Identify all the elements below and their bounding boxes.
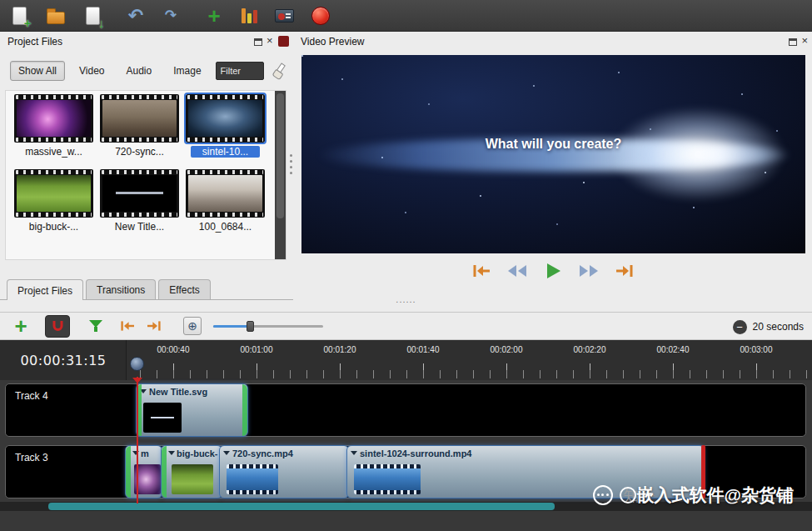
title-editor-icon (275, 9, 294, 23)
current-time: 00:00:31:15 (0, 353, 127, 368)
clip-trim-left-handle[interactable] (126, 446, 131, 498)
ruler-mark: 00:01:20 (315, 345, 365, 354)
file-thumbnail (186, 94, 265, 143)
add-track-button[interactable]: + (10, 314, 32, 338)
thumbnail-scrollbar[interactable] (275, 91, 286, 259)
zoom-out-button[interactable]: − (733, 320, 747, 334)
video-preview-panel: Video Preview × What will you create? (293, 32, 812, 310)
filter-image-button[interactable]: Image (166, 62, 208, 80)
undo-icon: ↶ (128, 7, 143, 25)
clear-filter-brush-icon[interactable] (271, 63, 287, 79)
clip-big-buck[interactable]: big-buck- (161, 445, 222, 498)
redo-button[interactable]: ↷ (158, 3, 183, 28)
watermark: 知乎 嵌入式软件@杂货铺 (592, 477, 794, 513)
clip-trim-left-handle[interactable] (162, 446, 167, 498)
file-item-sintel[interactable]: sintel-10... (184, 94, 267, 158)
plus-badge-icon: + (24, 16, 32, 30)
add-track-icon: + (14, 316, 27, 336)
undo-button[interactable]: ↶ (123, 3, 148, 28)
jump-to-end-button[interactable] (612, 260, 637, 282)
file-thumbnail (14, 94, 93, 143)
open-project-button[interactable] (43, 3, 68, 28)
clip-720-sync[interactable]: 720-sync.mp4 (219, 445, 349, 498)
timeline-splitter-handle[interactable]: ...... (0, 294, 812, 304)
file-label: 100_0684... (184, 221, 267, 233)
timeline-toolbar: + ⊕ − 20 seconds (0, 312, 812, 340)
track-name: Track 4 (15, 390, 48, 402)
jump-to-start-icon (471, 263, 492, 279)
file-label: massive_w... (12, 146, 95, 158)
panel-splitter-handle[interactable] (289, 154, 293, 174)
magnet-icon (51, 319, 65, 333)
clip-label: New Title.svg (149, 387, 244, 397)
fast-forward-icon (578, 263, 600, 278)
new-project-button[interactable]: + (7, 3, 32, 28)
video-overlay-text: What will you create? (486, 137, 622, 152)
play-button[interactable] (541, 260, 565, 282)
file-thumbnail (14, 169, 93, 218)
filter-video-button[interactable]: Video (72, 62, 112, 80)
clip-massive[interactable]: m (125, 445, 162, 498)
play-icon (544, 262, 562, 280)
rewind-button[interactable] (505, 260, 530, 282)
add-marker-button[interactable] (85, 314, 107, 338)
zoom-scale-group: − 20 seconds (733, 313, 804, 341)
timeline-scrollbar-thumb[interactable] (48, 503, 555, 510)
save-project-button[interactable]: ↓ (80, 3, 105, 28)
openshot-window: + ↓ ↶ ↷ + Project Files × (0, 0, 812, 531)
ruler-mark: 00:01:00 (232, 345, 281, 354)
ruler-mark: 00:03:00 (731, 345, 781, 354)
choose-profile-icon (242, 8, 257, 23)
file-item-new-title[interactable]: New Title... (98, 169, 181, 233)
playback-controls (293, 260, 812, 282)
jump-to-start-button[interactable] (469, 260, 494, 282)
zoom-slider-handle[interactable] (247, 321, 254, 332)
timeline-ruler[interactable]: 00:00:40 00:01:00 00:01:20 00:01:40 00:0… (0, 340, 812, 380)
clip-label: 720-sync.mp4 (232, 448, 345, 458)
clip-thumbnail (354, 464, 421, 494)
file-label: New Title... (98, 221, 181, 233)
export-video-button[interactable] (308, 3, 333, 28)
video-preview-panel-title: Video Preview (301, 36, 365, 48)
next-marker-icon (145, 319, 163, 333)
close-panel-icon[interactable]: × (267, 35, 273, 46)
ruler-mark: 00:00:40 (148, 345, 198, 354)
filter-input[interactable] (216, 62, 264, 80)
clip-label: sintel-1024-surround.mp4 (360, 448, 700, 458)
import-files-button[interactable]: + (202, 3, 227, 28)
title-editor-button[interactable] (271, 3, 296, 28)
fast-forward-button[interactable] (576, 260, 601, 282)
clip-thumbnail (172, 464, 213, 494)
previous-marker-icon (118, 319, 137, 333)
clip-menu-icon[interactable] (351, 451, 357, 455)
file-label: 720-sync... (98, 146, 181, 158)
playhead-arrow-icon (132, 378, 142, 383)
timecode-display: 00:00:31:15 (0, 340, 127, 380)
chat-bubble-icon (619, 486, 637, 504)
clip-trim-right-handle[interactable] (242, 384, 247, 436)
import-files-icon: + (207, 7, 220, 25)
file-item-big-buck[interactable]: big-buck-... (12, 169, 95, 233)
close-panel-icon[interactable]: × (801, 35, 808, 46)
playhead-handle[interactable] (130, 357, 144, 371)
center-playhead-button[interactable]: ⊕ (183, 317, 202, 335)
clip-menu-icon[interactable] (223, 451, 230, 455)
thumbnail-scrollbar-thumb[interactable] (276, 93, 284, 218)
previous-marker-button[interactable] (117, 314, 138, 338)
snapping-toggle-button[interactable] (45, 315, 70, 338)
filter-show-all-button[interactable]: Show All (10, 61, 65, 81)
track-4: Track 4 (5, 383, 806, 437)
file-label: big-buck-... (12, 221, 95, 233)
file-item-massive[interactable]: massive_w... (12, 94, 95, 158)
save-arrow-icon: ↓ (98, 16, 105, 30)
choose-profile-button[interactable] (237, 3, 262, 28)
clip-menu-icon[interactable] (168, 451, 175, 455)
file-item-100-0684[interactable]: 100_0684... (184, 169, 267, 233)
clip-new-title[interactable]: New Title.svg (136, 383, 248, 437)
float-panel-icon[interactable] (254, 38, 262, 46)
zoom-slider[interactable] (213, 319, 323, 333)
next-marker-button[interactable] (143, 314, 165, 338)
file-item-720-sync[interactable]: 720-sync... (98, 94, 181, 158)
float-panel-icon[interactable] (789, 38, 797, 46)
filter-audio-button[interactable]: Audio (119, 62, 160, 80)
